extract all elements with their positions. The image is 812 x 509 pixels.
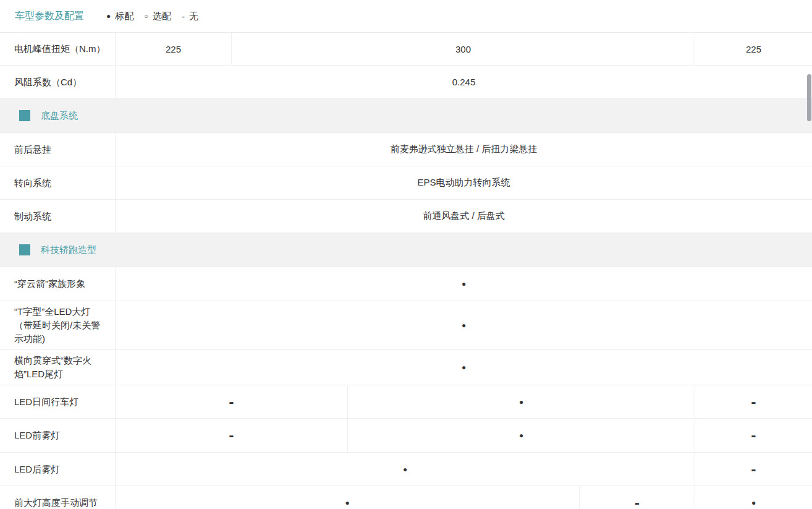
section-marker-icon bbox=[19, 244, 30, 255]
cell-none: - bbox=[580, 486, 695, 509]
row-label: LED日间行车灯 bbox=[0, 385, 116, 418]
vehicle-spec-panel: 车型参数及配置 ● 标配 ○ 选配 - 无 电机峰值扭矩（N.m）2253002… bbox=[0, 0, 812, 509]
table-row: “穿云箭”家族形象● bbox=[0, 267, 812, 301]
spec-legend: ● 标配 ○ 选配 - 无 bbox=[106, 11, 209, 22]
standard-dot-icon: ● bbox=[751, 499, 756, 507]
standard-dot-icon: ● bbox=[403, 466, 407, 473]
cell-none: - bbox=[116, 419, 348, 452]
cell-standard: ● bbox=[116, 453, 695, 485]
cell-none: - bbox=[695, 453, 812, 485]
none-dash-icon: - bbox=[635, 497, 640, 509]
cell-none: - bbox=[695, 385, 812, 418]
cell-standard: ● bbox=[695, 486, 812, 509]
section-title: 底盘系统 bbox=[41, 110, 78, 122]
cell-value: 300 bbox=[232, 33, 695, 65]
cell-standard: ● bbox=[116, 267, 812, 301]
cell-value: 225 bbox=[695, 33, 812, 65]
standard-dot-icon: ● bbox=[106, 12, 111, 20]
cell-standard: ● bbox=[348, 385, 695, 418]
cell-value: 225 bbox=[116, 33, 232, 65]
scrollbar-thumb[interactable] bbox=[807, 74, 811, 121]
table-row: “T字型”全LED大灯（带延时关闭/未关警示功能)● bbox=[0, 301, 812, 350]
row-label: 制动系统 bbox=[0, 200, 116, 233]
legend-label-optional: 选配 bbox=[153, 11, 171, 22]
row-label: LED后雾灯 bbox=[0, 453, 116, 485]
section-header-row: 科技轿跑造型 bbox=[0, 233, 812, 267]
cell-none: - bbox=[116, 385, 348, 418]
row-label: “T字型”全LED大灯（带延时关闭/未关警示功能) bbox=[0, 301, 116, 349]
section-header-row: 底盘系统 bbox=[0, 99, 812, 133]
none-dash-icon: - bbox=[229, 429, 234, 442]
cell-standard: ● bbox=[116, 350, 812, 385]
panel-header: 车型参数及配置 ● 标配 ○ 选配 - 无 bbox=[0, 0, 812, 33]
table-row: 转向系统EPS电动助力转向系统 bbox=[0, 166, 812, 200]
cell-value: 前麦弗逊式独立悬挂 / 后扭力梁悬挂 bbox=[116, 133, 812, 166]
none-dash-icon: - bbox=[751, 429, 756, 442]
panel-title[interactable]: 车型参数及配置 bbox=[15, 10, 84, 23]
cell-value: 0.245 bbox=[116, 66, 812, 98]
standard-dot-icon: ● bbox=[519, 432, 523, 439]
cell-none: - bbox=[695, 419, 812, 452]
none-dash-icon: - bbox=[751, 463, 756, 476]
cell-value: 前通风盘式 / 后盘式 bbox=[116, 200, 812, 233]
none-dash-icon: - bbox=[751, 396, 756, 408]
table-row: 前大灯高度手动调节●-● bbox=[0, 486, 812, 509]
table-row: LED日间行车灯-●- bbox=[0, 385, 812, 419]
row-label: 前大灯高度手动调节 bbox=[0, 486, 116, 509]
spec-table: 电机峰值扭矩（N.m）225300225风阻系数（Cd）0.245底盘系统前后悬… bbox=[0, 33, 812, 509]
cell-standard: ● bbox=[116, 486, 580, 509]
none-dash-icon: - bbox=[229, 396, 234, 408]
standard-dot-icon: ● bbox=[462, 322, 466, 329]
row-label: 前后悬挂 bbox=[0, 133, 116, 166]
table-row: 电机峰值扭矩（N.m）225300225 bbox=[0, 33, 812, 66]
row-label: 转向系统 bbox=[0, 166, 116, 199]
table-row: 风阻系数（Cd）0.245 bbox=[0, 66, 812, 99]
cell-standard: ● bbox=[348, 419, 695, 452]
standard-dot-icon: ● bbox=[462, 364, 466, 371]
legend-item-standard: ● 标配 bbox=[106, 11, 133, 22]
row-label: 横向贯穿式“数字火焰”LED尾灯 bbox=[0, 350, 116, 385]
standard-dot-icon: ● bbox=[462, 280, 466, 288]
table-row: 横向贯穿式“数字火焰”LED尾灯● bbox=[0, 350, 812, 385]
none-dash-icon: - bbox=[182, 12, 185, 21]
table-row: 前后悬挂前麦弗逊式独立悬挂 / 后扭力梁悬挂 bbox=[0, 133, 812, 166]
table-row: 制动系统前通风盘式 / 后盘式 bbox=[0, 200, 812, 233]
section-marker-icon bbox=[19, 110, 30, 121]
standard-dot-icon: ● bbox=[519, 398, 523, 406]
standard-dot-icon: ● bbox=[345, 499, 349, 507]
row-label: “穿云箭”家族形象 bbox=[0, 267, 116, 301]
table-row: LED前雾灯-●- bbox=[0, 419, 812, 453]
row-label: LED前雾灯 bbox=[0, 419, 116, 452]
legend-item-none: - 无 bbox=[182, 11, 198, 22]
cell-standard: ● bbox=[116, 301, 812, 349]
row-label: 电机峰值扭矩（N.m） bbox=[0, 33, 116, 65]
row-label: 风阻系数（Cd） bbox=[0, 66, 116, 98]
section-title: 科技轿跑造型 bbox=[41, 244, 96, 256]
optional-circle-icon: ○ bbox=[144, 13, 148, 20]
legend-label-standard: 标配 bbox=[115, 11, 133, 22]
table-row: LED后雾灯●- bbox=[0, 453, 812, 486]
cell-value: EPS电动助力转向系统 bbox=[116, 166, 812, 199]
legend-item-optional: ○ 选配 bbox=[144, 11, 171, 22]
legend-label-none: 无 bbox=[189, 11, 198, 22]
